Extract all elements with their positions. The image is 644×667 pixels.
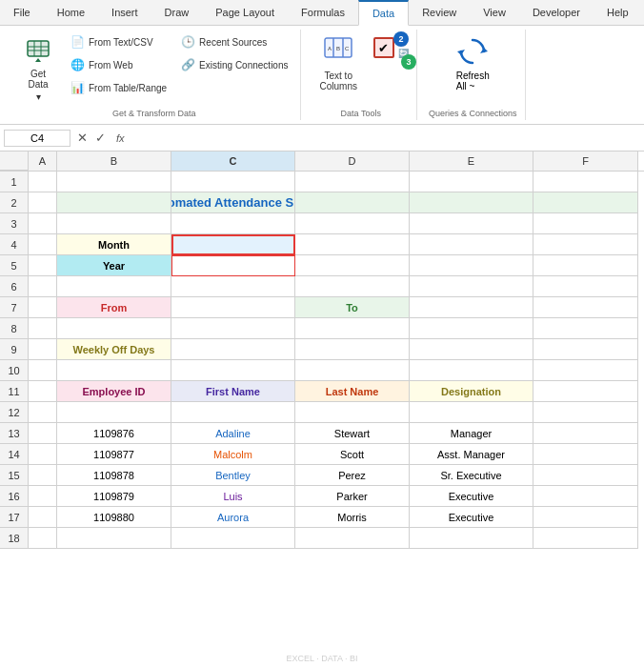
cell-a11[interactable]	[29, 381, 57, 402]
cell-b9[interactable]: Weekly Off Days	[57, 339, 171, 360]
row-header-18[interactable]: 18	[0, 528, 29, 549]
row-header-15[interactable]: 15	[0, 465, 29, 486]
cell-d1[interactable]	[295, 172, 410, 192]
tab-file[interactable]: File	[0, 0, 44, 25]
cell-f14[interactable]	[533, 444, 638, 465]
row-header-7[interactable]: 7	[0, 297, 29, 318]
cell-f10[interactable]	[533, 360, 638, 381]
cell-e7[interactable]	[410, 297, 533, 318]
row-header-12[interactable]: 12	[0, 402, 29, 423]
cell-b13[interactable]: 1109876	[57, 423, 171, 444]
cell-a15[interactable]	[29, 465, 57, 486]
tab-insert[interactable]: Insert	[98, 0, 151, 25]
cell-f2[interactable]	[533, 192, 638, 213]
cell-d11[interactable]: Last Name	[295, 381, 410, 402]
tab-developer[interactable]: Developer	[519, 0, 594, 25]
from-text-csv-button[interactable]: 📄 From Text/CSV	[65, 31, 171, 52]
row-header-16[interactable]: 16	[0, 486, 29, 507]
cell-c16[interactable]: Luis	[171, 486, 295, 507]
cell-f15[interactable]	[533, 465, 638, 486]
col-header-e[interactable]: E	[410, 152, 533, 171]
confirm-formula-button[interactable]: ✓	[92, 130, 109, 146]
cell-f18[interactable]	[533, 528, 638, 549]
cell-c17[interactable]: Aurora	[171, 507, 295, 528]
row-header-13[interactable]: 13	[0, 423, 29, 444]
cell-b17[interactable]: 1109880	[57, 507, 171, 528]
cell-f12[interactable]	[533, 402, 638, 423]
cancel-formula-button[interactable]: ✕	[74, 130, 91, 146]
cell-e10[interactable]	[410, 360, 533, 381]
cell-e3[interactable]	[410, 213, 533, 234]
cell-e14[interactable]: Asst. Manager	[410, 444, 533, 465]
cell-e5[interactable]	[410, 255, 533, 276]
cell-a4[interactable]	[29, 234, 57, 255]
cell-f11[interactable]	[533, 381, 638, 402]
cell-a6[interactable]	[29, 276, 57, 297]
cell-d18[interactable]	[295, 528, 410, 549]
cell-c8[interactable]	[171, 318, 295, 339]
cell-d3[interactable]	[295, 213, 410, 234]
cell-a3[interactable]	[29, 213, 57, 234]
cell-a5[interactable]	[29, 255, 57, 276]
refresh-all-button[interactable]: Refresh All ~	[450, 31, 496, 96]
tab-help[interactable]: Help	[594, 0, 642, 25]
cell-e1[interactable]	[410, 172, 533, 192]
cell-b11[interactable]: Employee ID	[57, 381, 171, 402]
from-table-button[interactable]: 📊 From Table/Range	[65, 77, 171, 98]
tab-formulas[interactable]: Formulas	[288, 0, 358, 25]
tab-draw[interactable]: Draw	[151, 0, 203, 25]
cell-a14[interactable]	[29, 444, 57, 465]
cell-e8[interactable]	[410, 318, 533, 339]
cell-b4[interactable]: Month	[57, 234, 171, 255]
row-header-4[interactable]: 4	[0, 234, 29, 255]
cell-c7[interactable]	[171, 297, 295, 318]
cell-c14[interactable]: Malcolm	[171, 444, 295, 465]
cell-b14[interactable]: 1109877	[57, 444, 171, 465]
row-header-10[interactable]: 10	[0, 360, 29, 381]
cell-a9[interactable]	[29, 339, 57, 360]
cell-b2[interactable]	[57, 192, 171, 213]
cell-e18[interactable]	[410, 528, 533, 549]
cell-b8[interactable]	[57, 318, 171, 339]
cell-f8[interactable]	[533, 318, 638, 339]
cell-f16[interactable]	[533, 486, 638, 507]
cell-c10[interactable]	[171, 360, 295, 381]
cell-c11[interactable]: First Name	[171, 381, 295, 402]
cell-b16[interactable]: 1109879	[57, 486, 171, 507]
cell-a18[interactable]	[29, 528, 57, 549]
cell-f4[interactable]	[533, 234, 638, 255]
cell-f7[interactable]	[533, 297, 638, 318]
col-header-f[interactable]: F	[533, 152, 638, 171]
tab-home[interactable]: Home	[44, 0, 98, 25]
tab-review[interactable]: Review	[409, 0, 470, 25]
row-header-2[interactable]: 2	[0, 192, 29, 213]
cell-b7[interactable]: From	[57, 297, 171, 318]
cell-d9[interactable]	[295, 339, 410, 360]
cell-d16[interactable]: Parker	[295, 486, 410, 507]
cell-d15[interactable]: Perez	[295, 465, 410, 486]
cell-e11[interactable]: Designation	[410, 381, 533, 402]
cell-c1[interactable]	[171, 172, 295, 192]
from-web-button[interactable]: 🌐 From Web	[65, 54, 171, 75]
tab-view[interactable]: View	[470, 0, 519, 25]
cell-c9[interactable]	[171, 339, 295, 360]
cell-c5[interactable]	[171, 255, 295, 276]
cell-c15[interactable]: Bentley	[171, 465, 295, 486]
cell-d13[interactable]: Stewart	[295, 423, 410, 444]
cell-e17[interactable]: Executive	[410, 507, 533, 528]
row-header-3[interactable]: 3	[0, 213, 29, 234]
cell-b15[interactable]: 1109878	[57, 465, 171, 486]
cell-a8[interactable]	[29, 318, 57, 339]
cell-b5[interactable]: Year	[57, 255, 171, 276]
cell-a12[interactable]	[29, 402, 57, 423]
existing-connections-button[interactable]: 🔗 Existing Connections	[175, 54, 292, 75]
cell-d17[interactable]: Morris	[295, 507, 410, 528]
cell-d10[interactable]	[295, 360, 410, 381]
tab-data[interactable]: Data	[358, 0, 409, 26]
cell-a17[interactable]	[29, 507, 57, 528]
cell-f1[interactable]	[533, 172, 638, 192]
cell-e12[interactable]	[410, 402, 533, 423]
cell-f3[interactable]	[533, 213, 638, 234]
cell-f17[interactable]	[533, 507, 638, 528]
cell-d14[interactable]: Scott	[295, 444, 410, 465]
